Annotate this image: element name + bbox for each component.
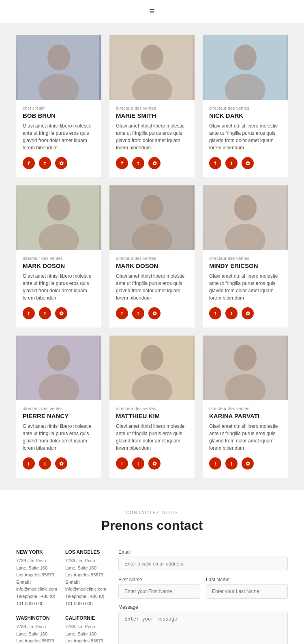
twitter-icon[interactable]: t <box>132 307 144 319</box>
team-member-photo <box>203 185 288 250</box>
team-member-socials: f t ✿ <box>209 307 281 319</box>
city-name: LOS ANGELES <box>65 549 106 555</box>
team-member-socials: f t ✿ <box>23 157 95 169</box>
instagram-icon[interactable]: ✿ <box>242 307 254 319</box>
address-block: WASHINGTON 7789 Jim Rosa Lane, Suite 160… <box>16 615 57 644</box>
team-card-body: chef créatif BOB BRUN Glavi amet ritnisl… <box>16 106 101 169</box>
name-row: First Name Last Name <box>118 577 288 599</box>
twitter-icon[interactable]: t <box>225 157 238 169</box>
facebook-icon[interactable]: f <box>116 457 128 470</box>
team-member-socials: f t ✿ <box>23 307 95 319</box>
team-member-desc: Glavi amet ritnisl libero molestie ante … <box>116 122 188 151</box>
svg-point-19 <box>47 345 70 371</box>
team-member-socials: f t ✿ <box>209 157 281 169</box>
team-card: directeur des ventes PIERRE NANCY Glavi … <box>16 336 101 478</box>
svg-point-25 <box>234 345 257 371</box>
instagram-icon[interactable]: ✿ <box>55 307 67 319</box>
team-member-role: directeur des ventes <box>209 406 281 411</box>
team-member-socials: f t ✿ <box>116 157 188 169</box>
firstname-input[interactable] <box>118 584 200 599</box>
instagram-icon[interactable]: ✿ <box>55 157 67 169</box>
team-card: directeur des ventes MARK DOSON Glavi am… <box>109 185 195 327</box>
instagram-icon[interactable]: ✿ <box>242 157 254 169</box>
message-field-group: Message <box>118 604 288 644</box>
team-member-role: chef créatif <box>23 106 95 111</box>
address-block: CALIFORNIE 7789 Jim Rosa Lane, Suite 160… <box>65 615 106 644</box>
team-card: directeur des ventes MINDY ERICSON Glavi… <box>203 185 288 327</box>
twitter-icon[interactable]: t <box>225 307 238 319</box>
contact-addresses: NEW YORK 7789 Jim Rosa Lane, Suite 160Lo… <box>16 549 106 644</box>
instagram-icon[interactable]: ✿ <box>148 457 161 470</box>
firstname-field-group: First Name <box>118 577 200 599</box>
twitter-icon[interactable]: t <box>132 157 144 169</box>
team-member-role: directeur des ventes <box>23 406 95 411</box>
team-member-name: NICK DARK <box>209 112 281 119</box>
team-member-role: directeur des ventes <box>209 256 281 261</box>
team-member-photo <box>16 35 101 100</box>
team-member-socials: f t ✿ <box>23 457 95 470</box>
team-member-name: BOB BRUN <box>23 112 95 119</box>
team-member-photo <box>109 185 195 250</box>
team-card: directeur des ventes MARIE SMITH Glavi a… <box>109 35 195 177</box>
facebook-icon[interactable]: f <box>23 457 35 470</box>
lastname-label: Last Name <box>206 577 288 582</box>
contact-body: NEW YORK 7789 Jim Rosa Lane, Suite 160Lo… <box>16 549 288 644</box>
instagram-icon[interactable]: ✿ <box>242 457 254 470</box>
team-member-desc: Glavi amet ritnisl libero molestie ante … <box>209 272 281 302</box>
team-card-body: directeur des ventes PIERRE NANCY Glavi … <box>16 406 101 470</box>
twitter-icon[interactable]: t <box>39 457 51 470</box>
team-member-desc: Glavi amet ritnisl libero molestie ante … <box>209 423 281 452</box>
team-member-role: directeur des ventes <box>23 256 95 261</box>
team-member-name: MARK DOSON <box>23 262 95 269</box>
svg-point-7 <box>234 45 257 70</box>
svg-point-4 <box>141 45 163 70</box>
contact-label: CONTACTEZ-NOUS <box>16 510 288 515</box>
svg-point-16 <box>234 195 257 221</box>
contact-section: CONTACTEZ-NOUS Prenons contact NEW YORK … <box>0 490 304 644</box>
facebook-icon[interactable]: f <box>209 307 221 319</box>
team-card: directeur des ventes MATTHIEU KIM Glavi … <box>109 336 195 478</box>
team-card: directeur des ventes KARINA PARVATI Glav… <box>203 336 288 478</box>
facebook-icon[interactable]: f <box>209 457 221 470</box>
lastname-field-group: Last Name <box>206 577 288 599</box>
email-input[interactable] <box>118 557 288 571</box>
team-member-desc: Glavi amet ritnisl libero molestie ante … <box>23 122 95 151</box>
twitter-icon[interactable]: t <box>132 457 144 470</box>
twitter-icon[interactable]: t <box>39 157 51 169</box>
menu-icon[interactable]: ≡ <box>150 6 155 17</box>
twitter-icon[interactable]: t <box>39 307 51 319</box>
team-card-body: directeur des ventes MARK DOSON Glavi am… <box>109 256 195 319</box>
facebook-icon[interactable]: f <box>23 307 35 319</box>
svg-point-10 <box>47 195 70 221</box>
team-card: chef créatif BOB BRUN Glavi amet ritnisl… <box>16 35 101 177</box>
facebook-icon[interactable]: f <box>23 157 35 169</box>
facebook-icon[interactable]: f <box>116 157 128 169</box>
team-member-photo <box>109 336 195 400</box>
team-card-body: directeur des ventes MATTHIEU KIM Glavi … <box>109 406 195 470</box>
team-member-photo <box>203 35 288 100</box>
firstname-label: First Name <box>118 577 200 582</box>
contact-title: Prenons contact <box>16 518 288 533</box>
address-block: LOS ANGELES 7789 Jim Rosa Lane, Suite 16… <box>65 549 106 607</box>
team-member-name: MATTHIEU KIM <box>116 412 188 419</box>
facebook-icon[interactable]: f <box>209 157 221 169</box>
team-card-body: directeur des ventes MARIE SMITH Glavi a… <box>109 106 195 169</box>
address-block: NEW YORK 7789 Jim Rosa Lane, Suite 160Lo… <box>16 549 57 607</box>
team-member-desc: Glavi amet ritnisl libero molestie ante … <box>209 122 281 151</box>
team-member-desc: Glavi amet ritnisl libero molestie ante … <box>116 272 188 302</box>
header: ≡ <box>0 0 304 23</box>
team-card-body: directeur des ventes MINDY ERICSON Glavi… <box>203 256 288 319</box>
message-label: Message <box>118 604 288 610</box>
team-member-role: directeur des ventes <box>116 256 188 261</box>
instagram-icon[interactable]: ✿ <box>55 457 67 470</box>
city-name: NEW YORK <box>16 549 57 555</box>
instagram-icon[interactable]: ✿ <box>148 307 161 319</box>
lastname-input[interactable] <box>206 584 288 599</box>
email-field-group: Email <box>118 549 288 571</box>
facebook-icon[interactable]: f <box>116 307 128 319</box>
team-section: chef créatif BOB BRUN Glavi amet ritnisl… <box>0 23 304 490</box>
twitter-icon[interactable]: t <box>225 457 238 470</box>
instagram-icon[interactable]: ✿ <box>148 157 161 169</box>
message-input[interactable] <box>118 612 288 644</box>
team-member-photo <box>203 336 288 400</box>
